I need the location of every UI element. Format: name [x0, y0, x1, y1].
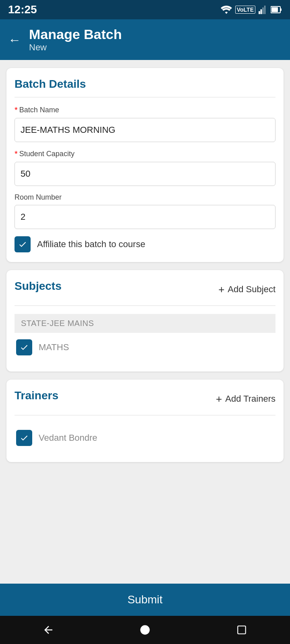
subject-group-label: STATE-JEE MAINS — [14, 314, 276, 333]
subjects-title: Subjects — [14, 280, 62, 293]
batch-details-card: Batch Details * Batch Name * Student Cap… — [6, 68, 284, 262]
trainer-checkmark-icon — [20, 433, 29, 442]
batch-name-group: * Batch Name — [14, 105, 276, 142]
trainer-name-vedant: Vedant Bondre — [39, 433, 97, 443]
status-icons: VoLTE — [221, 5, 282, 14]
affiliate-checkbox-row[interactable]: Affiliate this batch to course — [14, 236, 276, 252]
subject-item-maths[interactable]: MATHS — [14, 333, 276, 362]
back-button[interactable]: ← — [8, 33, 21, 46]
nav-recents-icon — [236, 625, 247, 635]
svg-rect-2 — [262, 8, 264, 14]
trainer-item-vedant[interactable]: Vedant Bondre — [14, 423, 276, 452]
page-title: Manage Batch — [29, 27, 122, 42]
svg-rect-3 — [264, 6, 266, 14]
batch-name-label: * Batch Name — [14, 105, 276, 115]
affiliate-label: Affiliate this batch to course — [37, 239, 145, 250]
trainers-title: Trainers — [14, 389, 58, 402]
main-content: Batch Details * Batch Name * Student Cap… — [0, 60, 290, 584]
svg-rect-0 — [259, 11, 260, 14]
affiliate-checkbox[interactable] — [14, 236, 31, 252]
status-time: 12:25 — [8, 3, 37, 16]
page-subtitle: New — [29, 42, 122, 53]
volte-icon: VoLTE — [235, 6, 255, 14]
add-trainers-button[interactable]: + Add Trainers — [216, 393, 276, 405]
required-star-capacity: * — [14, 149, 18, 159]
wifi-icon — [221, 5, 232, 14]
subjects-header-row: Subjects + Add Subject — [14, 280, 276, 299]
header-title-block: Manage Batch New — [29, 27, 122, 53]
nav-bar — [0, 616, 290, 644]
svg-rect-1 — [261, 9, 262, 14]
required-star-batch: * — [14, 105, 18, 115]
svg-point-7 — [140, 625, 149, 634]
student-capacity-input[interactable] — [14, 162, 276, 186]
submit-bar: Submit — [0, 584, 290, 616]
status-bar: 12:25 VoLTE — [0, 0, 290, 19]
plus-icon-trainers: + — [216, 393, 222, 405]
subject-name-maths: MATHS — [39, 342, 69, 353]
room-number-input[interactable] — [14, 205, 276, 229]
add-trainers-label: Add Trainers — [225, 394, 276, 404]
svg-rect-6 — [280, 8, 282, 11]
nav-home-button[interactable] — [133, 618, 157, 642]
trainers-header-row: Trainers + Add Trainers — [14, 389, 276, 409]
submit-button[interactable]: Submit — [0, 584, 290, 616]
student-capacity-group: * Student Capacity — [14, 149, 276, 186]
subject-checkmark-icon — [20, 343, 29, 352]
nav-home-icon — [139, 624, 151, 636]
plus-icon: + — [218, 283, 224, 296]
add-subject-button[interactable]: + Add Subject — [218, 283, 276, 296]
battery-icon — [271, 5, 282, 14]
svg-rect-8 — [238, 626, 246, 634]
nav-back-button[interactable] — [36, 618, 60, 642]
batch-details-title: Batch Details — [14, 78, 276, 91]
trainer-checkbox-vedant[interactable] — [16, 430, 32, 446]
room-number-group: Room Number — [14, 193, 276, 229]
add-subject-label: Add Subject — [228, 284, 276, 295]
subjects-card: Subjects + Add Subject STATE-JEE MAINS M… — [6, 270, 284, 372]
signal-icon — [259, 5, 267, 14]
app-header: ← Manage Batch New — [0, 19, 290, 60]
checkmark-icon — [18, 240, 27, 249]
batch-name-input[interactable] — [14, 118, 276, 142]
subject-checkbox-maths[interactable] — [16, 339, 32, 355]
nav-back-icon — [42, 624, 54, 636]
room-number-label: Room Number — [14, 193, 276, 202]
nav-recents-button[interactable] — [230, 618, 254, 642]
trainers-card: Trainers + Add Trainers Vedant Bondre — [6, 380, 284, 462]
student-capacity-label: * Student Capacity — [14, 149, 276, 159]
svg-rect-5 — [271, 7, 278, 12]
